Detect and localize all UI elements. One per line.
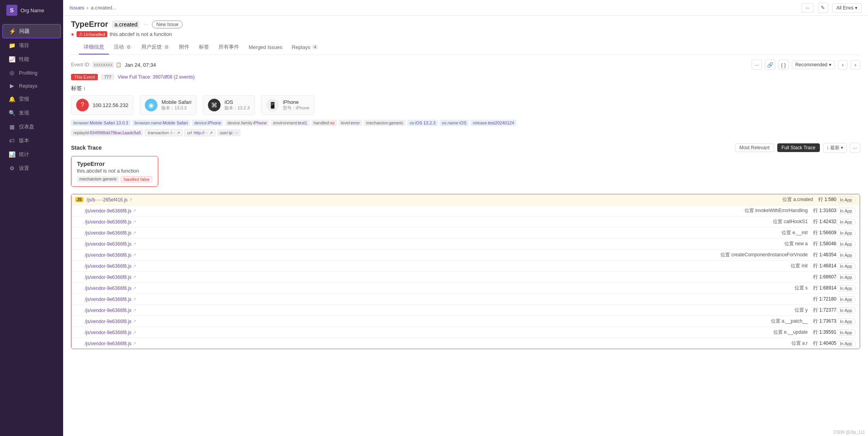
pill-device[interactable]: deviceiPhone [192,120,223,126]
frame-file-link[interactable]: /js/vendor-9e6366f8.js [85,274,131,280]
external-link-icon[interactable]: ↗ [133,319,136,323]
tab-activity[interactable]: 活动 0 [109,40,137,54]
envs-btn[interactable]: All Envs ▾ [832,3,862,13]
chevron-down-icon: ▾ [841,145,843,150]
pill-release[interactable]: releasetest20240124 [470,120,516,126]
external-link-icon[interactable]: ↗ [133,275,136,279]
in-app-badge: In App [836,307,856,314]
frame-file-link[interactable]: /js/vendor-9e6366f8.js [85,286,131,291]
tab-details[interactable]: 详细信息 [79,40,109,54]
new-issue-badge[interactable]: New Issue [152,21,183,28]
external-link-icon[interactable]: ↗ [210,131,213,135]
org-name: Org Name [21,8,44,13]
frame-pos: 行 1:580 [818,196,836,203]
pill-transaction[interactable]: transaction/···↗ [145,129,183,136]
event-link-btn[interactable]: 🔗 [765,60,775,70]
sidebar-item-issues[interactable]: ⚡问题 [2,24,61,38]
copy-icon[interactable]: 📋 [116,62,122,68]
this-event-badge: This Event [71,74,98,80]
pill-mechanism[interactable]: mechanismgeneric [364,120,406,126]
sidebar-label: 仪表盘 [19,123,34,130]
sidebar-item-stats[interactable]: 📊统计 [2,148,61,161]
issue-header: TypeError a.created ··· New Issue ● ⚠ Un… [63,16,868,55]
pill-environment[interactable]: environmenttest1 [271,120,309,126]
event-bar: Event ID: xxxxxxxx 📋 Jan 24, 07:34 ··· 🔗… [71,60,860,70]
frame-file-link[interactable]: /js/vendor-9e6366f8.js [85,208,131,214]
pill-os.name[interactable]: os.nameiOS [440,120,469,126]
pill-level[interactable]: levelerror [339,120,362,126]
stack-frame: /js/vendor-9e6366f8.js ↗ 行 1:68607 In Ap… [71,272,860,283]
sidebar-item-profiling[interactable]: ◎Profiling [2,66,61,79]
external-link-icon[interactable]: ↗ [133,341,136,346]
envs-label: All Envs [836,5,853,11]
frame-pos: 行 1:73673 [813,318,836,325]
stack-more-btn[interactable]: ··· [850,143,860,153]
event-more-btn[interactable]: ··· [752,60,762,70]
sidebar-item-settings[interactable]: ⚙设置 [2,162,61,175]
external-link-icon[interactable]: ↗ [133,220,136,224]
edit-btn[interactable]: ✎ [818,3,828,13]
more-btn[interactable]: ··· [801,3,814,13]
frame-file-link[interactable]: /js/b······265ef416.js [86,197,127,203]
full-stack-trace-btn[interactable]: Full Stack Trace [777,143,820,152]
next-event-btn[interactable]: › [851,60,860,70]
most-relevant-btn[interactable]: Most Relevant [735,143,774,152]
external-link-icon[interactable]: ↗ [133,209,136,213]
sidebar-item-dashboards[interactable]: ▦仪表盘 [2,120,61,133]
external-link-icon[interactable]: ↗ [133,297,136,301]
browser-sub: 版本：13.0.3 [161,105,191,111]
frame-file-link[interactable]: /js/vendor-9e6366f8.js [85,263,131,269]
external-link-icon[interactable]: ↗ [177,131,180,135]
pill-browser.name[interactable]: browser.nameMobile Safari [132,120,190,126]
sidebar-item-projects[interactable]: 📁项目 [2,39,61,52]
in-app-badge: In App [836,296,856,303]
prev-event-btn[interactable]: ‹ [838,60,847,70]
pill-browser[interactable]: browserMobile Safari 13.0.3 [71,120,131,126]
pill-device.family[interactable]: device.familyiPhone [225,120,269,126]
external-link-icon[interactable]: ↗ [133,286,136,290]
event-braces-btn[interactable]: { } [778,60,789,70]
tab-feedback[interactable]: 用户反馈 0 [137,40,174,54]
pill-url[interactable]: urlhttp://···↗ [184,129,215,136]
pill-os[interactable]: osiOS 13.2.3 [407,120,438,126]
in-app-badge: In App [836,285,856,291]
breadcrumb-issues[interactable]: Issues [69,5,84,11]
frame-file-link[interactable]: /js/vendor-9e6366f8.js [85,230,131,236]
frame-file-link[interactable]: /js/vendor-9e6366f8.js [85,252,131,258]
sidebar-item-releases[interactable]: 🏷版本 [2,134,61,147]
frame-file-link[interactable]: /js/vendor-9e6366f8.js [85,297,131,302]
sidebar-item-performance[interactable]: 📈性能 [2,53,61,66]
external-link-icon[interactable]: ↗ [129,197,132,202]
tab-merged[interactable]: Merged Issues [244,41,287,54]
external-link-icon[interactable]: ↗ [133,308,136,312]
sidebar-item-discover[interactable]: 🔍发现 [2,106,61,120]
frame-file-link[interactable]: /js/vendor-9e6366f8.js [85,319,131,324]
frame-file-link[interactable]: /js/vendor-9e6366f8.js [85,241,131,247]
external-link-icon[interactable]: ↗ [133,330,136,335]
frame-file-link[interactable]: /js/vendor-9e6366f8.js [85,308,131,313]
frame-file-link[interactable]: /js/vendor-9e6366f8.js [85,219,131,225]
frame-file-link[interactable]: /js/vendor-9e6366f8.js [85,330,131,335]
stack-frame: /js/vendor-9e6366f8.js ↗ 位置 createCompon… [71,250,860,261]
view-trace-link[interactable]: View Full Trace: 3907df08 (2 events) [118,74,195,80]
external-link-icon[interactable]: ↗ [133,253,136,257]
unhandled-badge: ⚠ Unhandled [77,31,107,37]
external-link-icon[interactable]: ↗ [133,231,136,235]
sort-btn[interactable]: ↕ 最新 ▾ [823,143,847,153]
pill-handled[interactable]: handledno [311,120,337,126]
tab-replays[interactable]: Replays 4 [287,41,323,54]
sidebar-label: 发现 [19,109,29,117]
sidebar-label: Replays [19,83,37,89]
frame-pos: 行 1:48354 [813,252,836,258]
tab-all_events[interactable]: 所有事件 [214,40,244,54]
external-link-icon[interactable]: ↗ [133,242,136,246]
sidebar-item-replays[interactable]: ▶Replays [2,79,61,92]
event-bar-right: ··· 🔗 { } Recommended ▾ ‹ › [752,60,860,70]
external-link-icon[interactable]: ↗ [133,264,136,268]
sidebar-item-alerts[interactable]: 🔔雷报 [2,92,61,106]
frame-file-link[interactable]: /js/vendor-9e6366f8.js [85,341,131,346]
recommended-dropdown[interactable]: Recommended ▾ [792,60,835,69]
js-badge: JS [75,197,83,202]
tab-attachments[interactable]: 附件 [174,40,194,54]
tab-tags[interactable]: 标签 [194,40,214,54]
